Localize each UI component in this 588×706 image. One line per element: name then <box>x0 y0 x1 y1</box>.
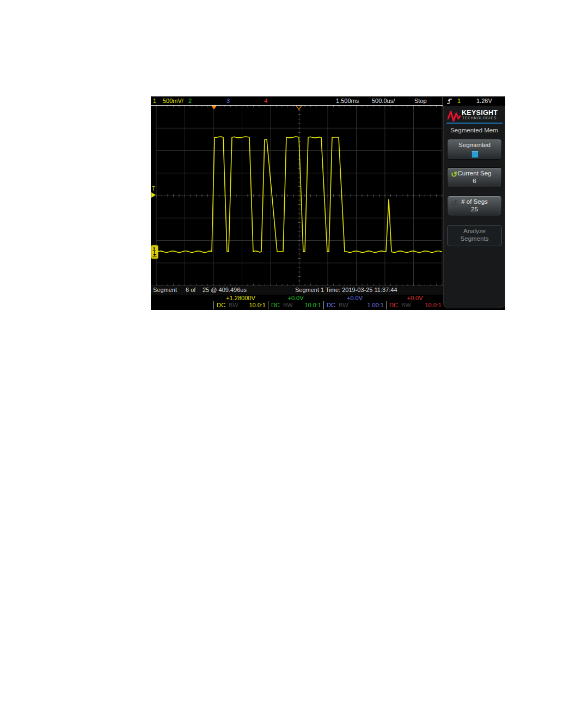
ch2-offset: +0.0V <box>268 295 323 301</box>
rotate-knob-icon: ↺ <box>451 170 457 179</box>
waveform-display: T1 Segment 6 of 25 @ 409.496us Segment 1… <box>151 106 444 310</box>
trigger-level[interactable]: 1.26V <box>476 97 492 105</box>
status-bar: 1 500mV/ 2 3 4 1.500ms 500.0us/ Stop 1 1… <box>151 96 505 105</box>
current-seg-button[interactable]: ↺ Current Seg 6 <box>447 167 502 188</box>
segmented-toggle-button[interactable]: Segmented <box>447 139 502 160</box>
num-segs-button[interactable]: ↺ # of Segs 25 <box>447 196 502 216</box>
ch1-offset: +1.28000V <box>213 295 268 301</box>
brand-subtitle: TECHNOLOGIES <box>462 116 497 120</box>
acquisition-state[interactable]: Stop <box>414 97 427 105</box>
channel-2-button[interactable]: 2 <box>188 97 192 105</box>
svg-text:1: 1 <box>153 246 156 252</box>
svg-text:T: T <box>152 186 155 192</box>
oscilloscope-screen: 1 500mV/ 2 3 4 1.500ms 500.0us/ Stop 1 1… <box>151 96 505 310</box>
timebase-readout[interactable]: 500.0us/ <box>372 97 395 105</box>
delay-readout[interactable]: 1.500ms <box>336 97 359 105</box>
channel-1-scale[interactable]: 500mV/ <box>163 97 183 105</box>
trigger-source[interactable]: 1 <box>457 97 461 105</box>
channel-1-button[interactable]: 1 <box>153 97 156 105</box>
ch4-offset: +0.0V <box>386 295 444 301</box>
brand-name: KEYSIGHT <box>462 109 498 117</box>
brand-divider <box>446 123 503 124</box>
segmented-on-indicator <box>471 151 479 158</box>
channel-3-button[interactable]: 3 <box>226 97 230 105</box>
analyze-label-line2: Segments <box>448 235 501 242</box>
softkey-menu-panel: KEYSIGHT TECHNOLOGIES Segmented Mem Segm… <box>443 106 505 308</box>
analyze-label-line1: Analyze <box>448 227 501 235</box>
channel-config-row: DCBW10.0:1 DCBW10.0:1 DCBW1.00:1 DCBW10.… <box>151 301 444 309</box>
ch2-config: DCBW10.0:1 <box>268 301 323 309</box>
ch3-offset: +0.0V <box>323 295 386 301</box>
ch4-config: DCBW10.0:1 <box>386 301 444 309</box>
channel-4-button[interactable]: 4 <box>264 97 267 105</box>
waveform-svg: T1 <box>151 106 444 285</box>
trigger-edge-icon <box>446 97 454 105</box>
segment-timestamp: Segment 1 Time: 2019-03-25 11:37:44 <box>295 287 397 293</box>
segment-info-bar: Segment 6 of 25 @ 409.496us Segment 1 Ti… <box>151 285 443 295</box>
segment-index: 6 of <box>186 287 195 293</box>
segment-label: Segment <box>153 287 177 293</box>
segment-detail: 25 @ 409.496us <box>203 287 247 293</box>
keysight-spark-icon <box>448 109 461 123</box>
analyze-segments-button[interactable]: Analyze Segments <box>447 225 502 246</box>
channel-offset-row: +1.28000V +0.0V +0.0V +0.0V <box>151 295 444 301</box>
ch3-config: DCBW1.00:1 <box>323 301 386 309</box>
statusbar-divider <box>443 97 443 105</box>
segmented-button-label: Segmented <box>448 141 501 149</box>
menu-title: Segmented Mem <box>444 127 505 133</box>
rotate-knob-icon-dim: ↺ <box>451 198 457 207</box>
ch1-config: DCBW10.0:1 <box>213 301 268 309</box>
